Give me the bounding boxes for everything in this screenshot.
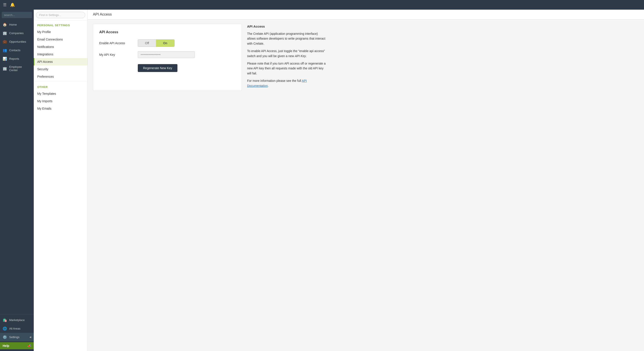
sidebar-item-label: Opportunities — [9, 40, 26, 43]
settings-nav-my-templates[interactable]: My Templates — [34, 90, 88, 97]
toggle-on-button[interactable]: On — [156, 40, 174, 47]
main-layout: 🏠 Home 🏢 Companies 💼 Opportunities 👥 Con… — [0, 10, 644, 351]
sidebar-item-label: Settings — [9, 336, 20, 339]
sidebar-item-label: Contacts — [9, 48, 20, 52]
settings-search-input[interactable] — [36, 12, 85, 18]
settings-nav-preferences[interactable]: Preferences — [34, 73, 88, 80]
sidebar-item-home[interactable]: 🏠 Home — [0, 20, 34, 29]
api-card-title: API Access — [99, 30, 236, 34]
settings-nav-api-access[interactable]: API Access — [34, 58, 88, 65]
info-paragraph-1: The Crelate API (application programming… — [247, 31, 326, 46]
api-access-card: API Access Enable API Access Off On My A… — [93, 24, 242, 91]
settings-sidebar: PERSONAL SETTINGS My Profile Email Conne… — [34, 10, 88, 351]
settings-icon: ⚙️ — [3, 335, 7, 339]
reports-icon: 📊 — [3, 57, 7, 61]
settings-nav-email-connections[interactable]: Email Connections — [34, 36, 88, 43]
hamburger-icon[interactable]: ☰ — [3, 2, 6, 7]
left-sidebar: 🏠 Home 🏢 Companies 💼 Opportunities 👥 Con… — [0, 10, 34, 351]
enable-api-row: Enable API Access Off On — [99, 39, 236, 47]
top-bar: ☰ 🔔 — [0, 0, 644, 10]
info-p4-start: For more information please see the full — [247, 79, 302, 82]
home-icon: 🏠 — [3, 22, 7, 27]
sidebar-item-opportunities[interactable]: 💼 Opportunities — [0, 37, 34, 46]
sidebar-item-all-areas[interactable]: 🌐 All Areas — [0, 324, 34, 333]
api-key-input[interactable] — [138, 51, 195, 58]
info-paragraph-2: To enable API Access, just toggle the "e… — [247, 48, 326, 58]
help-label: Help — [3, 344, 9, 348]
sidebar-item-settings[interactable]: ⚙️ Settings ◀ — [0, 333, 34, 341]
sidebar-search-input[interactable] — [2, 12, 32, 18]
other-section: OTHER My Templates My Imports My Emails — [34, 82, 88, 112]
settings-nav-my-emails[interactable]: My Emails — [34, 105, 88, 112]
sidebar-item-label: Home — [9, 23, 17, 26]
opportunities-icon: 💼 — [3, 40, 7, 44]
megaphone-icon: 📣 — [28, 344, 31, 348]
help-bar[interactable]: Help 📣 — [0, 342, 34, 349]
sidebar-item-label: Reports — [9, 57, 19, 60]
sidebar-bottom: 🛍️ Marketplace 🌐 All Areas ⚙️ Settings ◀… — [0, 314, 34, 349]
other-section-title: OTHER — [34, 82, 88, 90]
info-paragraph-3: Please note that if you turn API access … — [247, 61, 326, 76]
settings-nav-my-imports[interactable]: My Imports — [34, 97, 88, 105]
contacts-icon: 👥 — [3, 48, 7, 52]
employee-center-icon: 🏢 — [3, 66, 7, 71]
settings-nav-my-profile[interactable]: My Profile — [34, 28, 88, 36]
main-content: API Access API Access Enable API Access … — [88, 10, 644, 351]
marketplace-icon: 🛍️ — [3, 318, 7, 322]
info-panel: API Access The Crelate API (application … — [247, 24, 326, 91]
page-title: API Access — [88, 10, 644, 19]
settings-nav-notifications[interactable]: Notifications — [34, 43, 88, 50]
sidebar-item-employee-center[interactable]: 🏢 Employee Center — [0, 63, 34, 74]
settings-divider — [34, 81, 88, 81]
enable-api-toggle: Off On — [138, 39, 174, 47]
sidebar-item-label: All Areas — [9, 327, 20, 330]
enable-api-label: Enable API Access — [99, 41, 134, 45]
settings-nav-integrations[interactable]: Integrations — [34, 50, 88, 58]
info-p2-italic: API Key — [295, 54, 306, 58]
sidebar-item-reports[interactable]: 📊 Reports — [0, 54, 34, 63]
sidebar-item-label: Companies — [9, 31, 24, 35]
info-p4-end: . — [268, 84, 268, 87]
companies-icon: 🏢 — [3, 31, 7, 35]
sidebar-item-label: Marketplace — [9, 318, 25, 322]
sidebar-item-companies[interactable]: 🏢 Companies — [0, 29, 34, 37]
api-key-label: My API Key — [99, 53, 134, 56]
sidebar-item-label: Employee Center — [9, 65, 31, 72]
sidebar-item-marketplace[interactable]: 🛍️ Marketplace — [0, 316, 34, 324]
sidebar-nav: 🏠 Home 🏢 Companies 💼 Opportunities 👥 Con… — [0, 20, 34, 314]
all-areas-icon: 🌐 — [3, 327, 7, 331]
info-title: API Access — [247, 24, 326, 29]
regenerate-key-button[interactable]: Regenerate New Key — [138, 64, 178, 72]
sidebar-item-contacts[interactable]: 👥 Contacts — [0, 46, 34, 54]
settings-search-bar — [34, 10, 88, 20]
personal-section-title: PERSONAL SETTINGS — [34, 20, 88, 28]
personal-settings-section: PERSONAL SETTINGS My Profile Email Conne… — [34, 20, 88, 80]
collapse-icon[interactable]: ◀ — [29, 336, 31, 339]
info-paragraph-4: For more information please see the full… — [247, 78, 326, 88]
info-p2-start: To enable API Access, just toggle the "e… — [247, 49, 325, 57]
toggle-off-button[interactable]: Off — [138, 40, 156, 47]
regen-row: Regenerate New Key — [99, 62, 236, 72]
settings-nav-security[interactable]: Security — [34, 65, 88, 73]
api-key-row: My API Key — [99, 51, 236, 58]
content-area: API Access Enable API Access Off On My A… — [88, 19, 644, 95]
bell-icon[interactable]: 🔔 — [10, 2, 15, 7]
info-p2-end: . — [306, 54, 307, 58]
